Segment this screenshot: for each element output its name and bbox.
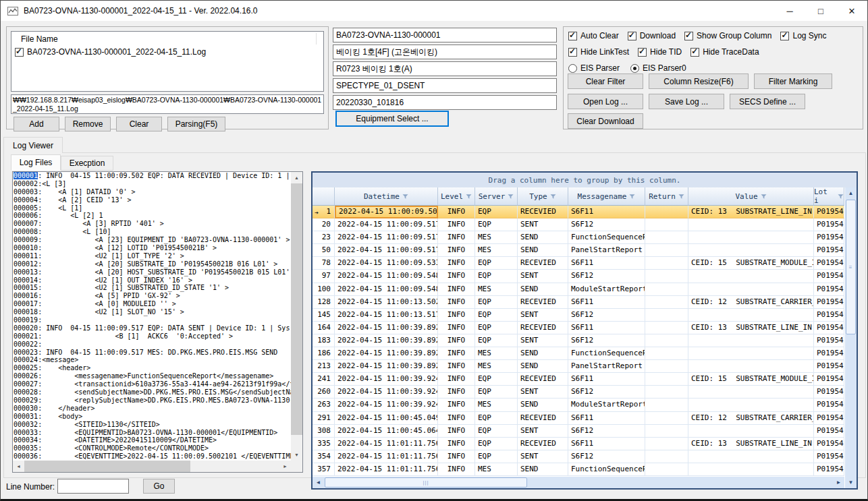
column-resize-button[interactable]: Column Resize(F6): [649, 73, 749, 89]
scroll-thumb[interactable]: [24, 461, 190, 472]
log-line[interactable]: 000011: <U2 [1] LOT_TYPE '2' >: [13, 252, 291, 260]
grid-row[interactable]: 2602022-04-15 11:00:39.924INFOEQPSENTS6F…: [313, 386, 857, 399]
close-button[interactable]: ✕: [836, 1, 867, 21]
log-line[interactable]: 000012: <A [20] SUBSTRATE_ID 'P019545002…: [13, 260, 291, 268]
log-line[interactable]: 000030: </header>: [13, 405, 291, 413]
filter-icon[interactable]: [508, 194, 514, 200]
log-line[interactable]: 000015: <U2 [1] SUBSTRATED_ID_STATE '1' …: [13, 284, 291, 292]
log-line[interactable]: 000028: <sendSubjectName>DD.PKG.MES.PRO.…: [13, 388, 291, 396]
log-line[interactable]: 000034: <DATETIME>20220415110009</DATETI…: [13, 436, 291, 444]
spec-type-field[interactable]: [333, 78, 557, 93]
log-line[interactable]: 000022:: [13, 341, 291, 349]
grid-row[interactable]: 232022-04-15 11:00:09.517INFOMESSENDFunc…: [313, 231, 857, 244]
log-text-area[interactable]: 000001: INFO 04-15 11:00:09.502 EQP: DAT…: [13, 172, 291, 461]
scroll-up-icon[interactable]: ▲: [291, 172, 302, 183]
log-line[interactable]: 000031: <body>: [13, 413, 291, 421]
equipment-id-field[interactable]: [333, 28, 557, 42]
log-line[interactable]: 000024:<message>: [13, 356, 291, 364]
equipment-line-field[interactable]: [333, 61, 557, 76]
log-line[interactable]: 000010: <A [12] LOTID 'P0195450021B' >: [13, 244, 291, 252]
log-vertical-scrollbar[interactable]: ▲ ▼: [291, 172, 302, 461]
spec-date-field[interactable]: [333, 95, 557, 110]
maximize-button[interactable]: □: [805, 1, 836, 21]
column-header-server[interactable]: Server: [475, 187, 518, 206]
log-line[interactable]: 000021: <B [1] ACKC6 '0:Accepted' >: [13, 332, 291, 341]
save-log-button[interactable]: Save Log ...: [649, 94, 724, 109]
column-header-level[interactable]: Level: [438, 187, 475, 206]
column-header-lot-i[interactable]: Lot i: [814, 187, 844, 206]
log-line[interactable]: 000001: INFO 04-15 11:00:09.502 EQP: DAT…: [13, 172, 291, 180]
clear-download-button[interactable]: Clear Download: [568, 113, 643, 129]
filter-marking-button[interactable]: Filter Marking: [754, 73, 832, 89]
filter-icon[interactable]: [402, 194, 408, 200]
log-line[interactable]: 000002:<L [3]: [13, 180, 291, 188]
clear-filter-button[interactable]: Clear Filter: [568, 73, 643, 89]
open-log-button[interactable]: Open Log ...: [568, 94, 643, 109]
grid-vertical-scrollbar[interactable]: ▲ ≡ ▼: [845, 187, 857, 488]
grid-row[interactable]: 2132022-04-15 11:00:39.892INFOMESSENDPan…: [313, 360, 857, 373]
log-sync-checkbox[interactable]: Log Sync: [780, 31, 826, 40]
grid-row[interactable]: 1832022-04-15 11:00:39.892INFOEQPSENTS6F…: [313, 334, 857, 347]
hide-linktest-checkbox[interactable]: Hide LinkTest: [568, 47, 629, 57]
column-header-type[interactable]: Type: [518, 187, 568, 206]
grid-row[interactable]: 1452022-04-15 11:00:13.517INFOEQPSENTS6F…: [313, 309, 857, 322]
log-line[interactable]: 000026: <messagename>FunctionSequenceRep…: [13, 372, 291, 380]
filter-icon[interactable]: [629, 194, 635, 200]
secs-define-button[interactable]: SECS Define ...: [730, 94, 805, 109]
group-by-bar[interactable]: Drag a column here to group by this colu…: [313, 173, 857, 187]
file-checkbox[interactable]: [15, 48, 24, 57]
grid-row[interactable]: 2632022-04-15 11:00:39.924INFOMESSENDMod…: [313, 399, 857, 411]
log-line[interactable]: 000013: <A [20] HOST_SUBSTRATE_ID 'P0195…: [13, 268, 291, 276]
scroll-up-icon[interactable]: ▲: [845, 187, 857, 199]
grid-row[interactable]: ➔12022-04-15 11:00:09.502INFOEQPRECEVIED…: [313, 206, 857, 218]
filter-icon[interactable]: [678, 194, 684, 200]
file-list-column-header[interactable]: File Name: [11, 32, 323, 46]
scroll-thumb[interactable]: [291, 183, 302, 435]
grid-row[interactable]: 972022-04-15 11:00:09.548INFOEQPSENTS6F1…: [313, 270, 857, 283]
tab-log-files[interactable]: Log Files: [11, 154, 61, 171]
grid-row[interactable]: 1282022-04-15 11:00:13.502INFOEQPRECEVIE…: [313, 296, 857, 309]
column-header-datetime[interactable]: Datetime: [335, 187, 438, 206]
log-line[interactable]: 000035: <CONTROLMODE>Remote</CONTROLMODE…: [13, 444, 291, 452]
log-line[interactable]: 000007: <A [3] RPTID '401' >: [13, 220, 291, 228]
grid-row[interactable]: 502022-04-15 11:00:09.517INFOMESSENDPane…: [313, 244, 857, 257]
grid-row[interactable]: 1002022-04-15 11:00:09.548INFOMESSENDMod…: [313, 283, 857, 296]
parsing-button[interactable]: Parsing(F5): [167, 117, 225, 131]
log-line[interactable]: 000006: <L [2] 1: [13, 212, 291, 220]
log-line[interactable]: 000014: <U2 [1] OUT_INDEX '16' >: [13, 276, 291, 285]
log-line[interactable]: 000004: <A [2] CEID '13' >: [13, 196, 291, 204]
log-line[interactable]: 000009: <A [23] EQUIPMENT_ID 'BA0723-OVN…: [13, 236, 291, 244]
grid-row[interactable]: 2912022-04-15 11:00:45.049INFOEQPRECEVIE…: [313, 412, 857, 425]
log-line[interactable]: 000005: <L [1]: [13, 204, 291, 212]
column-header-return[interactable]: Return: [645, 187, 688, 206]
log-line[interactable]: 000033: <EQUIPMENTID>BA0723-OVNA-1130-00…: [13, 429, 291, 437]
log-line[interactable]: 000003: <A [1] DATAID '0' >: [13, 188, 291, 196]
log-line[interactable]: 000017: <A [0] MODULEID '' >: [13, 300, 291, 308]
log-line[interactable]: 000008: <L [10]: [13, 228, 291, 236]
column-header-value[interactable]: Value: [688, 187, 814, 206]
minimize-button[interactable]: ─: [774, 1, 805, 21]
log-line[interactable]: 000020: INFO 04-15 11:00:09.517 EQP: DAT…: [13, 324, 291, 332]
grid-row[interactable]: 202022-04-15 11:00:09.517INFOEQPSENTS6F1…: [313, 218, 857, 231]
tab-execption[interactable]: Execption: [61, 156, 113, 171]
log-line[interactable]: 000019:: [13, 316, 291, 324]
log-horizontal-scrollbar[interactable]: ◄ ►: [13, 461, 291, 472]
log-line[interactable]: 000023: INFO 04-15 11:00:09.517 MES: DD.…: [13, 349, 291, 357]
file-list-item[interactable]: BA0723-OVNA-1130-000001_2022-04-15_11.Lo…: [11, 46, 323, 58]
eis-parser-radio[interactable]: EIS Parser: [568, 63, 620, 73]
auto-clear-checkbox[interactable]: Auto Clear: [568, 31, 619, 40]
log-line[interactable]: 000029: <replySubjectName>DD.PKG.EIS.PRO…: [13, 396, 291, 405]
log-line[interactable]: 000027: <transactionid>610a3736-55a3-414…: [13, 380, 291, 388]
column-header-messagename[interactable]: Messagename: [568, 187, 645, 206]
log-line[interactable]: 000016: <A [5] PPID 'GX-92' >: [13, 292, 291, 300]
download-checkbox[interactable]: Download: [628, 31, 676, 40]
file-path-box[interactable]: ₩₩192.168.8.217₩eisap03_eislog₩BA0723-OV…: [11, 94, 324, 114]
clear-button[interactable]: Clear: [116, 117, 162, 131]
grid-row[interactable]: 2412022-04-15 11:00:39.924INFOEQPRECEVIE…: [313, 373, 857, 386]
filter-icon[interactable]: [761, 194, 767, 200]
scroll-left-icon[interactable]: ◄: [13, 461, 24, 472]
equipment-select-button[interactable]: Equipment Select ...: [335, 111, 449, 127]
filter-icon[interactable]: [466, 194, 472, 200]
grid-row[interactable]: 3082022-04-15 11:00:45.064INFOEQPSENTS6F…: [313, 425, 857, 438]
grid-row[interactable]: 1642022-04-15 11:00:39.892INFOEQPRECEVIE…: [313, 322, 857, 334]
